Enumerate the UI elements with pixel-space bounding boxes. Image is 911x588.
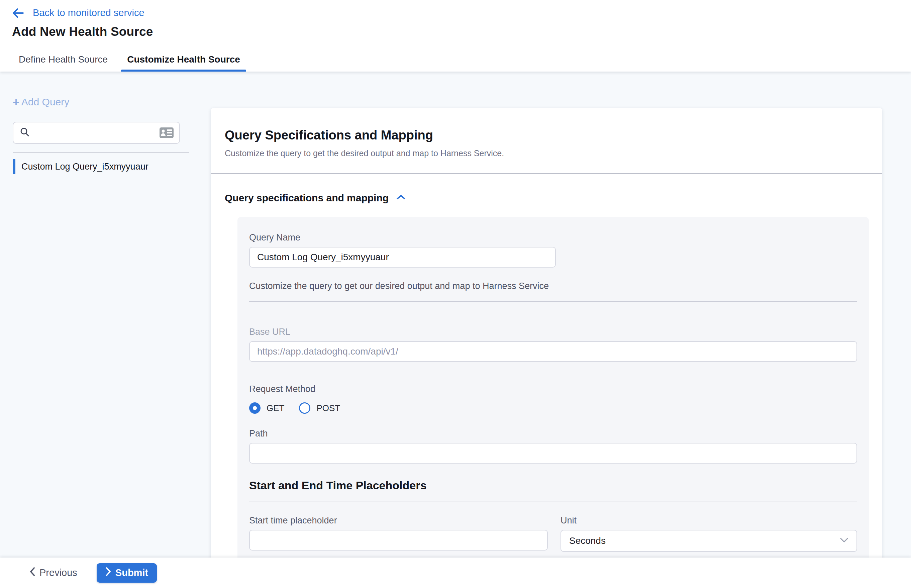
query-name-input[interactable] <box>249 247 556 268</box>
radio-get-circle <box>249 402 260 414</box>
query-sidebar: + Add Query <box>0 74 211 557</box>
start-time-input[interactable] <box>249 530 548 551</box>
query-search-box <box>13 122 180 144</box>
unit-select-value: Seconds <box>569 535 606 546</box>
card-title: Query Specifications and Mapping <box>225 128 868 142</box>
tab-bar: Define Health Source Customize Health So… <box>0 47 911 71</box>
query-item-label: Custom Log Query_i5xmyyuaur <box>21 162 149 172</box>
tab-define-health-source[interactable]: Define Health Source <box>13 47 114 71</box>
query-list-item[interactable]: Custom Log Query_i5xmyyuaur <box>13 158 189 174</box>
request-method-label: Request Method <box>249 384 857 394</box>
submit-button[interactable]: Submit <box>97 563 157 583</box>
radio-get[interactable]: GET <box>249 402 284 414</box>
search-icon <box>19 127 30 139</box>
back-link-label: Back to monitored service <box>33 7 144 18</box>
chevron-up-icon <box>396 194 406 202</box>
base-url-input[interactable] <box>249 341 857 362</box>
previous-button-label: Previous <box>39 567 77 578</box>
content-region: + Add Query <box>0 74 911 557</box>
radio-get-label: GET <box>267 403 284 414</box>
radio-post-circle <box>299 402 310 414</box>
add-health-source-page: Back to monitored service Add New Health… <box>0 0 911 588</box>
query-list: Custom Log Query_i5xmyyuaur <box>13 158 189 174</box>
form-divider <box>249 301 857 302</box>
unit-label: Unit <box>560 515 857 526</box>
chevron-right-icon <box>105 567 111 578</box>
add-query-label: Add Query <box>21 96 69 108</box>
add-query-button[interactable]: + Add Query <box>13 96 69 108</box>
plus-icon: + <box>13 96 19 108</box>
query-search-input[interactable] <box>35 128 159 138</box>
id-card-view-icon[interactable] <box>159 127 174 139</box>
radio-post[interactable]: POST <box>299 402 340 414</box>
placeholders-heading: Start and End Time Placeholders <box>249 479 857 492</box>
top-header: Back to monitored service Add New Health… <box>0 0 911 71</box>
card-header: Query Specifications and Mapping Customi… <box>211 108 882 174</box>
unit-select[interactable]: Seconds <box>560 530 857 552</box>
main-area: Query Specifications and Mapping Customi… <box>211 74 911 557</box>
arrow-left-icon <box>12 8 24 18</box>
chevron-down-icon <box>840 538 848 544</box>
card-subtitle: Customize the query to get the desired o… <box>225 149 868 173</box>
query-spec-card: Query Specifications and Mapping Customi… <box>211 108 882 557</box>
footer-bar: Previous Submit <box>0 557 911 588</box>
section-title: Query specifications and mapping <box>225 192 389 204</box>
query-form: Query Name Customize the query to get ou… <box>237 217 869 557</box>
path-input[interactable] <box>249 443 857 464</box>
base-url-label: Base URL <box>249 327 857 337</box>
selected-indicator-bar <box>13 159 15 174</box>
query-helper-text: Customize the query to get our desired o… <box>249 281 857 291</box>
tab-customize-health-source[interactable]: Customize Health Source <box>121 47 246 71</box>
section-header-toggle[interactable]: Query specifications and mapping <box>211 174 882 204</box>
page-title: Add New Health Source <box>12 25 911 39</box>
sidebar-divider <box>13 152 189 153</box>
submit-button-label: Submit <box>115 567 148 578</box>
path-label: Path <box>249 428 857 439</box>
back-to-monitored-service-link[interactable]: Back to monitored service <box>12 7 144 18</box>
request-method-radio-group: GET POST <box>249 402 857 414</box>
time-placeholder-row: Start time placeholder Unit Seconds <box>249 515 857 552</box>
chevron-left-icon <box>29 567 36 578</box>
query-name-label: Query Name <box>249 233 857 243</box>
radio-post-label: POST <box>317 403 340 414</box>
start-time-label: Start time placeholder <box>249 515 548 526</box>
placeholders-divider <box>249 501 857 501</box>
previous-button[interactable]: Previous <box>29 567 77 578</box>
